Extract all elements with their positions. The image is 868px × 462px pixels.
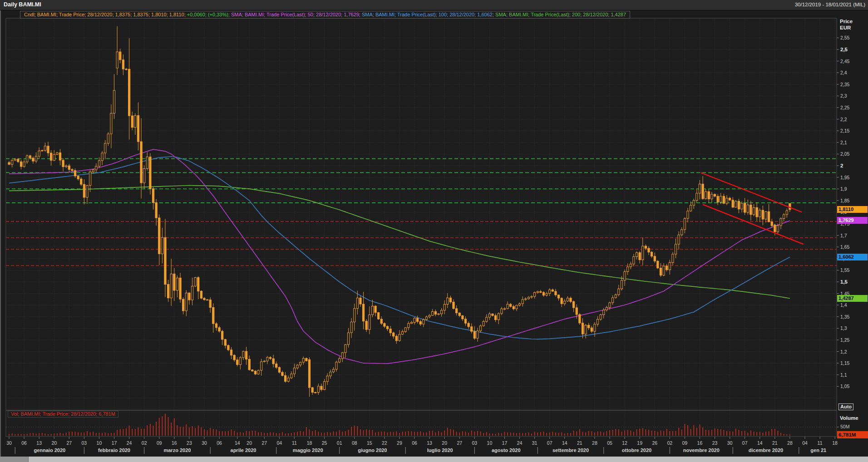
legend-segment-sma200: SMA; BAMI.MI; Trade Price(Last); 200; 28…: [495, 12, 626, 17]
legend-segment-sma100: SMA; BAMI.MI; Trade Price(Last); 100; 28…: [362, 12, 495, 17]
date-tick-label: 17: [112, 440, 117, 446]
date-tick-label: 30: [202, 440, 207, 446]
date-tick-label: 08: [352, 440, 357, 446]
price-tag-1_7629: 1,7629: [837, 217, 868, 224]
date-tick-label: 20: [247, 440, 252, 446]
date-tick-label: 21: [772, 440, 778, 446]
month-label: febbraio 2020: [98, 447, 130, 453]
price-axis-label: 2,5: [840, 47, 848, 52]
date-tick-label: 13: [36, 440, 42, 446]
date-tick-label: 11: [818, 440, 823, 446]
month-label: luglio 2020: [427, 447, 453, 453]
date-tick-label: 20: [442, 440, 447, 446]
series-legend[interactable]: Cndl; BAMI.MI; Trade Price; 28/12/2020; …: [20, 11, 630, 19]
price-axis-label: 1,85: [840, 198, 850, 203]
month-label: aprile 2020: [231, 447, 256, 453]
month-label: settembre 2020: [552, 447, 589, 453]
month-label: novembre 2020: [683, 447, 720, 453]
price-axis-label: 2,1: [840, 140, 847, 145]
auto-scale-button[interactable]: Auto: [838, 403, 853, 410]
date-tick-label: 31: [532, 440, 538, 446]
month-label: gen 21: [810, 447, 826, 453]
date-tick-label: 09: [157, 440, 162, 446]
volume-legend[interactable]: Vol; BAMI.MI; Trade Price; 28/12/2020; 6…: [8, 411, 118, 418]
price-axis-label: 2: [840, 163, 843, 168]
date-tick-label: 03: [472, 440, 477, 446]
date-tick-label: 07: [742, 440, 748, 446]
price-axis-label: 1,1: [840, 372, 847, 378]
price-axis-unit: EUR: [840, 25, 853, 31]
price-axis-label: 1,15: [840, 360, 850, 366]
date-tick-label: 06: [21, 440, 27, 446]
price-tag-1_6062: 1,6062: [837, 254, 868, 260]
date-tick-label: 30: [6, 440, 12, 446]
price-axis-label: 1,5: [840, 279, 848, 285]
month-label: giugno 2020: [358, 447, 387, 453]
date-tick-label: 23: [712, 440, 718, 446]
date-tick-label: 10: [97, 440, 102, 446]
date-tick-label: 25: [322, 440, 327, 446]
date-tick-label: 12: [622, 440, 627, 446]
price-axis-label: 2,15: [840, 128, 850, 133]
month-label: maggio 2020: [293, 447, 323, 453]
chart-window: Daily BAMI.MI 30/12/2019 - 18/01/2021 (M…: [0, 0, 868, 462]
date-tick-label: 17: [502, 440, 508, 446]
price-axis-label: 1,65: [840, 244, 850, 250]
date-tick-label: 06: [217, 440, 222, 446]
left-edge-divider: [0, 10, 1, 457]
date-tick-label: 18: [832, 440, 838, 446]
price-axis-label: 1,3: [840, 325, 847, 331]
date-tick-label: 28: [592, 440, 597, 446]
date-tick-label: 26: [652, 440, 657, 446]
price-axis-label: 1,95: [840, 175, 850, 180]
chart-title: Daily BAMI.MI: [4, 1, 41, 8]
date-tick-label: 05: [607, 440, 612, 446]
price-axis-label: 2,35: [840, 82, 850, 87]
price-axis-label: 1,4: [840, 302, 847, 308]
date-tick-label: 01: [337, 440, 342, 446]
date-tick-label: 13: [427, 440, 432, 446]
price-tag-1_4287: 1,4287: [837, 295, 868, 302]
date-tick-label: 06: [412, 440, 417, 446]
month-label: agosto 2020: [492, 447, 521, 453]
date-tick-label: 27: [457, 440, 462, 446]
date-tick-label: 16: [172, 440, 177, 446]
date-tick-label: 18: [307, 440, 312, 446]
date-tick-label: 23: [187, 440, 192, 446]
price-axis-label: 2,45: [840, 59, 850, 64]
date-tick-label: 02: [667, 440, 672, 446]
price-axis-header: Price EUR: [840, 18, 853, 31]
date-tick-label: 03: [82, 440, 87, 446]
date-tick-label: 16: [697, 440, 703, 446]
price-axis-label: 1,2: [840, 349, 847, 354]
date-tick-label: 14: [235, 440, 240, 446]
price-axis-label: 2,4: [840, 70, 847, 75]
price-axis-label: 1,35: [840, 314, 850, 319]
month-label: dicembre 2020: [749, 447, 783, 453]
date-tick-label: 24: [127, 440, 132, 446]
date-tick-label: 27: [66, 440, 72, 446]
scrollbar-thumb[interactable]: [0, 457, 29, 462]
price-tag-1_8110: 1,8110: [837, 206, 868, 213]
month-label: ottobre 2020: [622, 447, 651, 453]
date-tick-label: 04: [277, 440, 282, 446]
volume-last-tag: 6,781M: [837, 431, 868, 438]
date-tick-label: 14: [757, 440, 763, 446]
price-axis-label: 2,3: [840, 93, 847, 98]
volume-axis-tick: 50M: [840, 424, 849, 429]
price-axis-label: 2,05: [840, 151, 850, 157]
date-tick-label: 20: [51, 440, 57, 446]
price-axis-label: 1,9: [840, 186, 847, 192]
volume-legend-text: Vol; BAMI.MI; Trade Price; 28/12/2020; 6…: [11, 411, 115, 417]
chart-canvas[interactable]: 1,051,11,151,21,251,31,351,41,451,51,551…: [0, 0, 868, 462]
price-axis-label: 1,05: [840, 383, 850, 389]
date-tick-label: 24: [517, 440, 523, 446]
date-tick-label: 10: [487, 440, 493, 446]
date-tick-label: 15: [367, 440, 372, 446]
date-tick-label: 14: [562, 440, 567, 446]
price-axis-label: 1,7: [840, 233, 847, 238]
price-axis-label: 2,2: [840, 117, 847, 122]
horizontal-scrollbar[interactable]: [0, 457, 868, 462]
volume-axis-title: Volume: [840, 415, 858, 421]
price-axis-title: Price: [840, 18, 853, 25]
